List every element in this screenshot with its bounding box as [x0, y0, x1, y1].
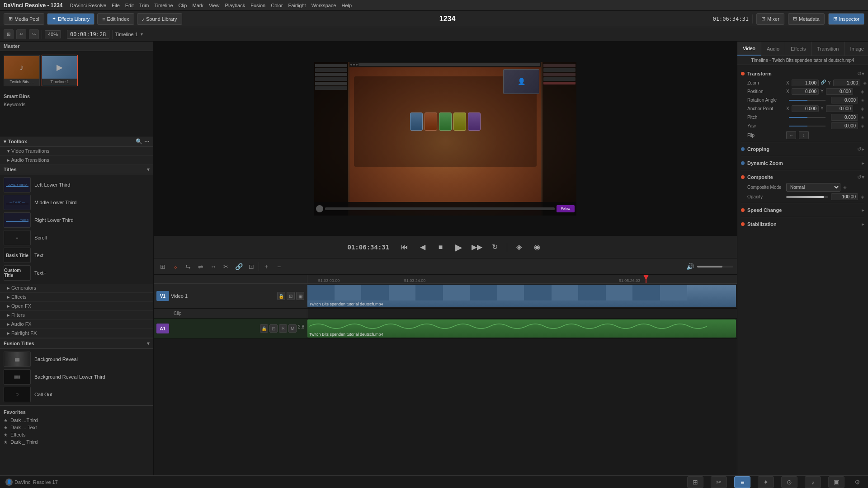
tl-volume-btn[interactable]: 🔊: [684, 261, 695, 272]
a1-cam-btn[interactable]: ⊡: [269, 324, 278, 333]
v1-lock-btn[interactable]: 🔒: [277, 292, 285, 300]
composite-mode-select[interactable]: Normal Multiply Screen Overlay: [786, 183, 840, 192]
tab-transition[interactable]: Transition: [812, 42, 845, 56]
title-item-bg-reveal[interactable]: ▓▓ Background Reveal: [2, 351, 151, 368]
toolbox-header[interactable]: ▾ Toolbox 🔍 ⋯: [0, 136, 153, 147]
sound-library-btn[interactable]: ♪ Sound Library: [137, 13, 182, 25]
flip-h-btn[interactable]: ↔: [786, 131, 796, 139]
a1-lock-btn[interactable]: 🔒: [260, 324, 268, 333]
speed-change-header[interactable]: Speed Change ▸: [741, 205, 864, 215]
transform-reset-btn[interactable]: ↺: [857, 70, 862, 77]
metadata-btn[interactable]: ⊟ Metadata: [788, 13, 825, 25]
next-frame-btn[interactable]: ▶▶: [471, 241, 483, 253]
pitch-slider[interactable]: [789, 117, 826, 118]
tab-audio[interactable]: Audio: [761, 42, 785, 56]
rotation-reset-btn[interactable]: ◈: [861, 98, 864, 103]
anchor-reset-btn[interactable]: ◈: [861, 106, 864, 111]
anch-y-input[interactable]: [826, 105, 853, 112]
view-mode-btn[interactable]: ⊞: [4, 29, 14, 39]
nav-fusion-btn[interactable]: ✦: [758, 476, 774, 488]
menu-playback[interactable]: Playback: [225, 3, 245, 8]
cropping-reset-btn[interactable]: ↺: [857, 146, 862, 152]
dz-expand-btn[interactable]: ▸: [862, 160, 864, 166]
audio-fx-header[interactable]: ▸ Audio FX: [0, 320, 153, 329]
pos-y-input[interactable]: [826, 88, 853, 95]
opacity-input[interactable]: [831, 193, 858, 200]
a1-m-btn[interactable]: M: [288, 324, 297, 333]
speed-expand-btn[interactable]: ▸: [862, 207, 864, 213]
mixer-btn[interactable]: ⊡ Mixer: [756, 13, 784, 25]
fav-item-dark-text[interactable]: ★ Dark ... Text: [4, 424, 150, 431]
out-point-btn[interactable]: ◉: [531, 241, 543, 253]
audio-clip-main[interactable]: Twitch Bits spenden tutorial deutsch.mp4: [307, 319, 736, 338]
title-item-left-lower-third[interactable]: LOWER THIRD Left Lower Third: [2, 176, 151, 193]
zoom-reset-btn[interactable]: ◈: [863, 80, 867, 85]
tl-ripple-btn[interactable]: ⇆: [183, 261, 193, 272]
a1-track-content[interactable]: Twitch Bits spenden tutorial deutsch.mp4: [307, 319, 737, 338]
timeline-dropdown-icon[interactable]: ▾: [141, 32, 143, 37]
yaw-reset-btn[interactable]: ◈: [861, 123, 864, 128]
nav-cut-btn[interactable]: ✂: [711, 476, 727, 488]
menu-clip[interactable]: Clip: [179, 3, 187, 8]
inspector-btn[interactable]: ⊞ Inspector: [828, 13, 864, 25]
title-item-text-plus[interactable]: Custom Title Text+: [2, 264, 151, 282]
v1-solo-btn[interactable]: ▣: [296, 292, 304, 300]
opacity-slider[interactable]: [786, 196, 828, 198]
title-item-call-out[interactable]: ⬡ Call Out: [2, 386, 151, 403]
title-item-right-lower-third[interactable]: THIRD Right Lower Third: [2, 211, 151, 229]
media-pool-btn[interactable]: ⊞ Media Pool: [4, 13, 44, 25]
fav-item-effects[interactable]: ★ Effects: [4, 431, 150, 438]
tab-video[interactable]: Video: [737, 42, 761, 56]
tl-volume-slider[interactable]: [697, 266, 733, 267]
cropping-section-header[interactable]: Cropping ↺ ▸: [741, 144, 864, 154]
edit-index-btn[interactable]: ≡ Edit Index: [97, 13, 134, 25]
tl-blade-btn[interactable]: ✂: [221, 261, 231, 272]
zoom-y-input[interactable]: [833, 80, 860, 86]
fav-item-dark-third[interactable]: ★ Dark ...Third: [4, 417, 150, 424]
composite-mode-reset[interactable]: ◈: [843, 185, 847, 190]
timecode-display[interactable]: 00:08:19:28: [67, 30, 109, 39]
tl-zoom-in-btn[interactable]: +: [261, 261, 272, 272]
tl-zoom-out-btn[interactable]: −: [274, 261, 284, 272]
stab-expand-btn[interactable]: ▸: [862, 221, 864, 227]
tab-effects[interactable]: Effects: [785, 42, 811, 56]
yaw-slider[interactable]: [789, 126, 826, 127]
media-item-timeline[interactable]: ▶ Timeline 1: [42, 55, 78, 86]
menu-davinci[interactable]: DaVinci Resolve: [70, 3, 107, 8]
zoom-display[interactable]: 40%: [45, 30, 61, 38]
stop-btn[interactable]: ■: [434, 241, 447, 253]
bin-item-keywords[interactable]: Keywords: [4, 101, 150, 108]
nav-settings-btn[interactable]: ⚙: [852, 477, 863, 488]
effects-header[interactable]: ▸ Effects: [0, 293, 153, 302]
generators-header[interactable]: ▸ Generators: [0, 284, 153, 293]
nav-deliver-btn[interactable]: ▣: [828, 476, 844, 488]
composite-section-header[interactable]: Composite ↺ ▾: [741, 172, 864, 182]
menu-workspace[interactable]: Workspace: [311, 3, 336, 8]
transform-section-header[interactable]: Transform ↺ ▾: [741, 69, 864, 79]
yaw-input[interactable]: [831, 122, 858, 129]
cropping-expand-btn[interactable]: ▸: [862, 146, 864, 152]
transform-expand-btn[interactable]: ▾: [862, 70, 864, 77]
v1-track-content[interactable]: Twitch Bits spenden tutorial deutsch.mp4: [307, 284, 737, 308]
menu-mark[interactable]: Mark: [192, 3, 203, 8]
title-item-middle-lower-third[interactable]: — THIRD — Middle Lower Third: [2, 194, 151, 211]
menu-edit[interactable]: Edit: [125, 3, 134, 8]
menu-timeline[interactable]: Timeline: [154, 3, 173, 8]
menu-fairlight[interactable]: Fairlight: [288, 3, 306, 8]
tl-link-btn[interactable]: 🔗: [233, 261, 244, 272]
toolbox-search-icon[interactable]: 🔍: [136, 138, 142, 145]
skip-to-start-btn[interactable]: ⏮: [398, 241, 411, 253]
redo-btn[interactable]: ↪: [29, 29, 39, 39]
v1-eye-btn[interactable]: ⊡: [287, 292, 295, 300]
fairlight-fx-header[interactable]: ▸ Fairlight FX: [0, 329, 153, 338]
nav-fairlight-btn[interactable]: ♪: [805, 476, 821, 488]
anch-x-input[interactable]: [792, 105, 819, 112]
title-item-text[interactable]: Basis Title Text: [2, 247, 151, 264]
stabilization-header[interactable]: Stabilization ▸: [741, 219, 864, 229]
dynamic-zoom-header[interactable]: Dynamic Zoom ▸: [741, 158, 864, 168]
prev-frame-btn[interactable]: ◀: [416, 241, 429, 253]
menu-view[interactable]: View: [209, 3, 220, 8]
effects-library-btn[interactable]: ✦ Effects Library: [47, 13, 94, 25]
tl-snap-btn[interactable]: ⊡: [246, 261, 257, 272]
filters-header[interactable]: ▸ Filters: [0, 311, 153, 320]
